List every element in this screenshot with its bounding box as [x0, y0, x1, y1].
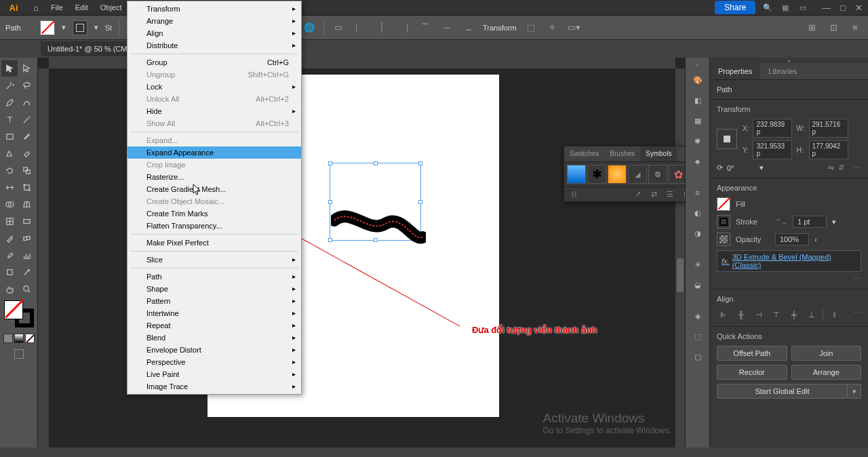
selection-tool[interactable] [1, 60, 18, 77]
edit-icon[interactable]: ✧ [545, 20, 560, 35]
opacity-swatch[interactable] [717, 233, 730, 246]
menu-intertwine[interactable]: Intertwine [127, 307, 301, 319]
menu-slice[interactable]: Slice [127, 254, 301, 266]
align-opt-icon[interactable]: ▭ [331, 20, 346, 35]
layers-panel-icon[interactable]: ◈ [690, 309, 705, 323]
symbol-place-icon[interactable]: ↗ [632, 190, 643, 199]
symbol-new-icon[interactable]: ⊞ [681, 190, 685, 199]
vertical-scrollbar[interactable] [675, 68, 685, 448]
brushes-tab[interactable]: Brushes [604, 146, 640, 161]
align-right-icon[interactable]: ⊣ [752, 309, 766, 321]
eyedropper-tool[interactable] [1, 230, 18, 246]
align-c-icon[interactable]: ┊ [374, 20, 389, 35]
align-t-icon[interactable]: ⎺ [418, 20, 433, 35]
menu-repeat[interactable]: Repeat [127, 319, 301, 332]
asset-export-icon[interactable]: ⬚ [690, 329, 705, 344]
stroke-dd-icon[interactable]: ▾ [832, 218, 836, 226]
scale-tool[interactable] [18, 162, 35, 178]
home-icon[interactable]: ⌂ [27, 3, 45, 13]
align-vcenter-icon[interactable]: ╪ [787, 309, 801, 321]
appearance-panel-icon[interactable]: ☀ [690, 257, 705, 272]
menu-pattern[interactable]: Pattern [127, 295, 301, 307]
menu-group[interactable]: GroupCtrl+G [127, 56, 301, 68]
gradient-panel-icon[interactable]: ◐ [690, 205, 705, 220]
type-tool[interactable] [1, 111, 18, 127]
minimize-icon[interactable]: — [822, 3, 831, 13]
artboard-tool[interactable] [1, 264, 18, 280]
perspective-tool[interactable] [18, 196, 35, 212]
menu-path[interactable]: Path [127, 271, 301, 283]
color-panel-icon[interactable]: 🎨 [690, 73, 705, 87]
zoom-tool[interactable] [18, 281, 35, 297]
join-button[interactable]: Join [791, 346, 862, 361]
collapse-icon[interactable]: « [710, 58, 868, 63]
recolor-button[interactable]: Recolor [717, 365, 787, 380]
rect-tool[interactable] [1, 128, 18, 144]
align-top-icon[interactable]: ⊤ [770, 309, 783, 321]
transparency-panel-icon[interactable]: ◑ [690, 226, 705, 241]
blend-tool[interactable] [18, 230, 35, 246]
align-r-icon[interactable]: ⎹ [396, 20, 411, 35]
reference-point[interactable] [717, 129, 737, 149]
more-icon[interactable]: ▭▾ [567, 20, 582, 35]
menu-expand-appearance[interactable]: Expand Appearance [127, 146, 301, 159]
align-l-icon[interactable]: ⎸ [353, 20, 368, 35]
lasso-tool[interactable] [18, 77, 35, 94]
effect-link[interactable]: fx.3D Extrude & Bevel (Mapped) (Classic) [717, 250, 861, 272]
flip-h-icon[interactable]: ⇋ [828, 163, 834, 172]
rotate-value[interactable]: 0° [727, 164, 755, 172]
y-value[interactable]: 321.9533 p [753, 140, 792, 159]
menu-align[interactable]: Align [127, 27, 301, 39]
workspace-icon[interactable]: ▭ [797, 2, 808, 13]
menu-shape[interactable]: Shape [127, 283, 301, 295]
menu-trim-marks[interactable]: Create Trim Marks [127, 207, 301, 220]
fill-swatch[interactable] [717, 197, 730, 211]
shaper-tool[interactable] [1, 145, 18, 161]
pen-tool[interactable] [1, 94, 18, 111]
brush-stroke-object[interactable] [331, 210, 426, 251]
stroke-dd-icon[interactable]: ▾ [94, 23, 98, 32]
rotate-dd-icon[interactable]: ▾ [760, 163, 764, 172]
menu-lock[interactable]: Lock [127, 81, 301, 93]
arrange-windows-icon[interactable]: ▦ [780, 2, 791, 13]
w-value[interactable]: 291.5716 p [809, 119, 848, 138]
symbols-panel[interactable]: Swatches Brushes Symbols » ≡ ✱ ◢ ⚙ ✿ ⎙ ↗… [564, 146, 685, 202]
transform-label[interactable]: Transform [483, 24, 517, 32]
swatches-panel-icon[interactable]: ▦ [690, 113, 705, 128]
menu-image-trace[interactable]: Image Trace [127, 380, 301, 393]
gradient-tool[interactable] [18, 213, 35, 229]
symbol-item[interactable]: ⚙ [648, 165, 667, 184]
maximize-icon[interactable]: □ [840, 3, 846, 13]
align-b-icon[interactable]: ⎽ [461, 20, 476, 35]
offset-path-button[interactable]: Offset Path [717, 346, 787, 361]
globe-icon[interactable]: 🌐 [302, 20, 317, 35]
opacity-dd-icon[interactable]: › [814, 235, 817, 243]
more-options-icon[interactable]: ⋯ [854, 163, 861, 172]
menu-hide[interactable]: Hide [127, 105, 301, 117]
sge-dd-icon[interactable]: ▾ [848, 384, 861, 399]
flip-v-icon[interactable]: ⇵ [838, 163, 844, 172]
color-guide-icon[interactable]: ◧ [690, 93, 705, 108]
symbol-item[interactable] [608, 165, 627, 184]
menu-gradient-mesh[interactable]: Create Gradient Mesh... [127, 183, 301, 195]
start-global-edit-button[interactable]: Start Global Edit [717, 384, 848, 399]
search-icon[interactable]: 🔍 [762, 2, 773, 13]
symbols-tab[interactable]: Symbols [640, 146, 677, 161]
menu-perspective[interactable]: Perspective [127, 356, 301, 368]
curvature-tool[interactable] [18, 94, 35, 111]
stroke-swatch[interactable] [73, 20, 87, 35]
grid-icon[interactable]: ⊡ [826, 20, 841, 35]
menu-arrange[interactable]: Arrange [127, 15, 301, 27]
more-options-icon[interactable]: ⋯ [854, 309, 861, 321]
symbol-lib-icon[interactable]: ⎙ [568, 190, 579, 199]
symbol-item[interactable]: ◢ [628, 165, 647, 184]
align-m-icon[interactable]: ─ [439, 20, 454, 35]
screen-mode[interactable] [14, 349, 24, 359]
h-value[interactable]: 177.9042 p [809, 140, 848, 159]
graphic-styles-icon[interactable]: ◒ [690, 277, 705, 292]
properties-tab[interactable]: Properties [710, 63, 760, 79]
swatches-tab[interactable]: Swatches [564, 146, 604, 161]
brush-tool[interactable] [18, 128, 35, 144]
isolate-icon[interactable]: ⬚ [524, 20, 538, 35]
stroke-swatch[interactable] [717, 215, 730, 228]
